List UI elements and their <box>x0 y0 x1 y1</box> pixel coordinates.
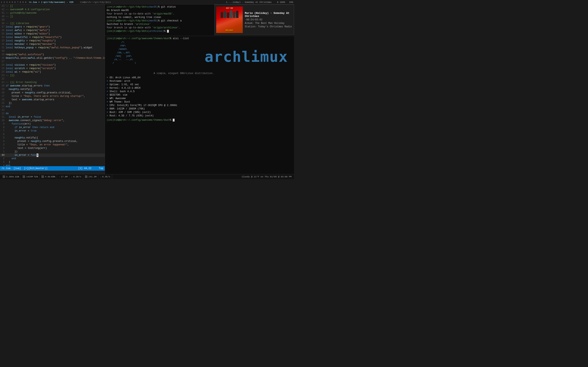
line-num: 16 <box>0 98 6 101</box>
line-content: title = "Oops, an error happened!", <box>6 143 105 147</box>
line-num: 30 <box>0 50 6 53</box>
arch-logo-art: /\ /##\ /####\ /##,-,##\ /##( )##\ /#.--… <box>107 41 151 75</box>
line-content: beautiful.init(awful.util.getdir("config… <box>6 57 105 60</box>
terminal-upper[interactable]: (ins)tim@arch:~/git/tdy/dots(macOS)% git… <box>105 4 294 36</box>
line-content: in_error = true <box>6 129 105 133</box>
line-num: 8 <box>0 126 6 129</box>
line-content: -- {{{ Error handling <box>6 81 105 84</box>
line-content: ) <box>6 160 105 164</box>
line-content: -- [[ <box>6 4 105 8</box>
line-content: preset = naughty.config.presets.critical… <box>6 140 105 143</box>
taskbar-disk: ⬛ 4.6G 63% <box>40 174 57 179</box>
line-content: end <box>6 157 105 160</box>
alsi-cmd-line: (ins)tim@arch:~/.config/awesome/themes/d… <box>107 37 292 40</box>
final-prompt: (ins)tim@arch:~/.config/awesome/themes/d… <box>107 118 292 122</box>
tag-numbers[interactable]: 1 2 3 4 5 6 7 8 9 0 <box>1 1 26 3</box>
alsi-output: /\ /##\ /####\ /##,-,##\ /##( )##\ /#.--… <box>107 41 292 75</box>
line-num: 32 <box>0 43 6 46</box>
line-num: 3 <box>0 143 6 147</box>
line-num: 39 <box>0 18 6 22</box>
line-num: 28 <box>0 57 6 60</box>
cpu-percent: 21% <box>15 175 19 178</box>
line-num: 6 <box>0 133 6 136</box>
line-num: 36 <box>0 29 6 32</box>
line-num: 3 <box>0 160 6 164</box>
line-content: local awful = require("awful") <box>6 29 105 32</box>
sysinfo-block: > OS: Arch Linux x86_64 > Hostname: arch… <box>107 76 292 118</box>
line-num: 19 <box>0 88 6 91</box>
net-down-icon: ↓ <box>71 175 72 178</box>
line-content: do <box>6 112 105 115</box>
net2-val: 0.3k/s <box>102 175 111 178</box>
line-num: 33 <box>0 39 6 43</box>
taskbar-net-down: ↓ 0.3k/s <box>69 174 83 179</box>
user-host: tim@arch:~/git/tdy/dots <box>80 1 111 3</box>
net-up-val: 17.8M <box>61 175 68 178</box>
line-num: 20 <box>0 84 6 88</box>
line-num: 26 <box>0 63 6 67</box>
sysinfo-line: > Uptime: 1:01, 43 sec <box>107 83 292 86</box>
taskbar-net2: ↓ 0.3k/s <box>98 174 112 179</box>
disk-icon: ⬛ <box>41 175 44 178</box>
arch-tagline: A simple, elegant GNU/Linux distribution… <box>154 72 292 75</box>
line-content: -- {{{ Libraries <box>6 22 105 25</box>
line-num: 2 <box>0 157 6 160</box>
battery-indicator: 34% <box>289 1 293 3</box>
line-content: text = awesome.startup_errors <box>6 98 105 101</box>
taskbar-net-up: ↑ 17.8M <box>57 174 69 179</box>
line-content: local naughty = require("naughty") <box>6 39 105 43</box>
right-terminal-pane: (ins)tim@arch:~/git/tdy/dots(macOS)% git… <box>105 4 294 174</box>
vim-title: rc.lua + (~git/tdy/awesome) - VIM <box>29 1 73 3</box>
line-num: 22 <box>0 77 6 81</box>
line-content: end <box>6 164 105 166</box>
sysinfo-line: > $EDITOR: vim <box>107 93 292 97</box>
line-num: 9 <box>0 122 6 126</box>
line-num: 25 <box>0 67 6 70</box>
terminal-lower[interactable]: (ins)tim@arch:~/.config/awesome/themes/d… <box>105 36 294 174</box>
sysinfo-line: > CPU: Intel(R) Core(TM) i7-3615QM CPU @… <box>107 104 292 107</box>
line-content: }) <box>6 101 105 105</box>
music-song: Mario (Holiday) - Someday At Christmas <box>245 12 292 18</box>
line-content <box>6 77 105 81</box>
line-content: local wibox = require("wibox") <box>6 32 105 36</box>
line-num: 23 <box>0 74 6 77</box>
svg-text:archlimux: archlimux <box>205 48 288 65</box>
music-title-top: J....liday) - Someday At Christmas <box>226 1 272 3</box>
statusbar-right: [1] 44,22 Top <box>78 167 103 170</box>
mem2-icon: ⬛ <box>85 175 87 178</box>
line-content: function(err) <box>6 122 105 126</box>
line-num: 18 <box>0 91 6 95</box>
line-content: if awesome.startup_errors then <box>6 84 105 88</box>
ram-icon: ⬛ <box>22 175 25 178</box>
line-num: 10 <box>0 119 6 122</box>
arch-logo-svg: archlimux <box>205 47 292 67</box>
line-content: preset = naughty.config.presets.critical… <box>6 91 105 95</box>
line-content <box>6 133 105 136</box>
line-num: 13 <box>0 108 6 112</box>
taskbar-mem2: ⬛ 141.3M <box>83 174 98 179</box>
line-num: 2 <box>0 147 6 150</box>
vim-editor[interactable]: 43-- [[ 42-- awesomeWM 4.0 configuration… <box>0 4 105 174</box>
music-notification: BEST MAN HOLIDAY <box>214 4 294 35</box>
line-content <box>6 50 105 53</box>
line-num: 24 <box>0 70 6 74</box>
music-info: Mario (Holiday) - Someday At Christmas -… <box>245 12 292 28</box>
line-num: 17 <box>0 95 6 98</box>
line-content: local wi = require("wi") <box>6 70 105 74</box>
line-num: 43 <box>0 4 6 8</box>
line-content <box>6 18 105 22</box>
cpu-icon: ⬛ <box>2 175 5 178</box>
disk-percent: 63% <box>51 175 55 178</box>
statusbar-scroll: Top <box>99 167 103 170</box>
taskbar-weather: Cloudy @ 21°F on Thu 01/05 @ 03:09 PM <box>240 175 293 178</box>
music-station: Station: Today's Christmas Radio <box>245 25 292 28</box>
sysinfo-line: > RAM: 1422M / 2005M (70%) <box>107 107 292 111</box>
line-content: -- ]] <box>6 15 105 18</box>
line-num: 37 <box>0 25 6 29</box>
line-num: 12 <box>0 112 6 115</box>
sysinfo-line: > OS: Arch Linux x86_64 <box>107 76 292 80</box>
music-time: -00:54/03:02 <box>245 18 292 21</box>
line-num: 42 <box>0 8 6 11</box>
line-num: 35 <box>0 32 6 36</box>
vim-code-area: 43-- [[ 42-- awesomeWM 4.0 configuration… <box>0 4 105 166</box>
